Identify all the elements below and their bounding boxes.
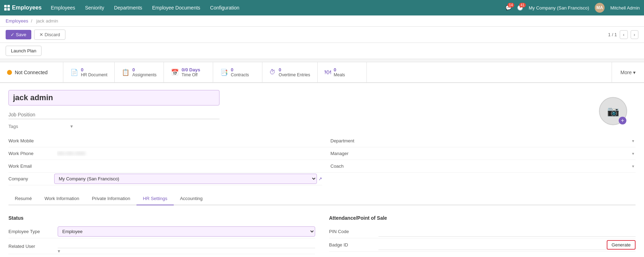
assignments-button[interactable]: 📋 0 Assignments [115, 62, 164, 82]
nav-employee-documents[interactable]: Employee Documents [148, 4, 204, 12]
document-icon: 📄 [70, 69, 78, 76]
app-title: Employees [12, 5, 42, 11]
work-mobile-input[interactable] [54, 136, 322, 146]
work-phone-input[interactable] [54, 149, 322, 158]
manager-input[interactable] [366, 149, 632, 158]
work-phone-row: Work Phone [8, 147, 322, 160]
breadcrumb-parent[interactable]: Employees [6, 18, 28, 24]
save-button[interactable]: ✓ Save [6, 30, 31, 39]
discard-button[interactable]: ✕ Discard [34, 30, 65, 40]
status-button[interactable]: Not Connected [0, 62, 63, 82]
overtime-icon: ⏱ [269, 69, 276, 76]
department-input[interactable] [366, 136, 632, 146]
related-user-chevron: ▾ [58, 248, 60, 254]
company-row: Company My Company (San Francisco) ↗ [8, 173, 322, 185]
more-button[interactable]: More ▾ [612, 62, 644, 82]
pin-code-value [378, 227, 636, 237]
related-user-input[interactable] [58, 238, 315, 248]
nav-departments[interactable]: Departments [110, 4, 146, 12]
activities-button[interactable]: 🕐 41 [517, 5, 523, 11]
nav-configuration[interactable]: Configuration [206, 4, 243, 12]
hr-document-button[interactable]: 📄 0 HR Document [63, 62, 115, 82]
employee-type-select[interactable]: Employee Student Freelancer [58, 226, 315, 237]
messages-button[interactable]: 💬 14 [505, 5, 511, 11]
contracts-count: 0 [231, 67, 249, 72]
hr-settings-content: Status Employee Type Employee Student Fr… [8, 208, 636, 254]
employee-type-row: Employee Type Employee Student Freelance… [8, 225, 315, 238]
meals-label: Meals [334, 72, 345, 77]
form-right: Department ▾ Manager ▾ Coach ▾ [322, 135, 636, 185]
tab-work-information[interactable]: Work Information [38, 192, 85, 205]
contracts-label: Contracts [231, 72, 249, 77]
calendar-icon: 📅 [171, 69, 179, 76]
time-off-button[interactable]: 📅 0/0 Days Time Off [164, 62, 213, 82]
breadcrumb-current: jack admin [36, 18, 58, 24]
pin-code-label: PIN Code [329, 229, 378, 234]
checkmark-icon: ✓ [11, 32, 14, 37]
smart-buttons-bar: Not Connected 📄 0 HR Document 📋 0 Assign… [0, 62, 644, 83]
form-left: Work Mobile Work Phone Work Email Compan… [8, 135, 322, 185]
meals-icon: 🍽 [325, 69, 331, 76]
pin-code-input[interactable] [378, 227, 636, 237]
nav-seniority[interactable]: Seniority [82, 4, 108, 12]
work-email-input[interactable] [54, 161, 322, 171]
department-row: Department ▾ [322, 135, 636, 147]
company-select[interactable]: My Company (San Francisco) [54, 174, 317, 184]
breadcrumb: Employees / jack admin [0, 15, 644, 27]
profile-photo[interactable]: 📷 + [599, 97, 627, 125]
main-content: ▾ 📷 + Work Mobile Work Phone Work Email [0, 83, 644, 257]
x-icon: ✕ [39, 32, 43, 37]
meals-button[interactable]: 🍽 0 Meals [318, 62, 367, 82]
prev-button[interactable]: ‹ [620, 30, 627, 39]
work-mobile-row: Work Mobile [8, 135, 322, 147]
tab-accounting[interactable]: Accounting [174, 192, 209, 205]
external-link-icon[interactable]: ↗ [318, 176, 322, 181]
coach-input[interactable] [366, 161, 632, 171]
overtime-button[interactable]: ⏱ 0 Overtime Entries [262, 62, 317, 82]
work-email-row: Work Email [8, 160, 322, 173]
status-section-header: Status [8, 215, 315, 221]
assignments-icon: 📋 [122, 69, 129, 76]
tab-hr-settings[interactable]: HR Settings [136, 192, 173, 205]
tags-input[interactable] [8, 124, 68, 129]
department-label: Department [331, 138, 366, 143]
app-logo[interactable]: Employees [4, 5, 42, 11]
hr-document-count: 0 [81, 67, 107, 72]
form-grid: Work Mobile Work Phone Work Email Compan… [8, 135, 636, 185]
job-position-input[interactable] [8, 110, 219, 119]
badge-id-row: Badge ID Generate [329, 238, 636, 252]
activities-badge: 41 [519, 3, 526, 7]
related-user-row: Related User ▾ [8, 238, 315, 254]
manager-chevron: ▾ [632, 151, 636, 156]
work-phone-label: Work Phone [8, 149, 54, 158]
status-dot [7, 70, 12, 75]
tags-chevron: ▾ [70, 123, 73, 129]
breadcrumb-separator: / [31, 18, 33, 24]
camera-icon: 📷 [607, 105, 619, 117]
nav-employees[interactable]: Employees [47, 4, 78, 12]
user-name: Mitchell Admin [610, 5, 640, 11]
tab-resume[interactable]: Resumé [8, 192, 38, 205]
assignments-count: 0 [132, 67, 157, 72]
launch-plan-button[interactable]: Launch Plan [6, 46, 42, 56]
employee-type-value: Employee Student Freelancer [58, 226, 315, 237]
hr-document-label: HR Document [81, 72, 107, 77]
status-section: Status Employee Type Employee Student Fr… [8, 208, 315, 254]
tab-private-information[interactable]: Private Information [85, 192, 136, 205]
action-bar: ✓ Save ✕ Discard 1 / 1 ‹ › [0, 27, 644, 43]
employee-type-label: Employee Type [8, 229, 58, 234]
next-button[interactable]: › [631, 30, 638, 39]
coach-label: Coach [331, 163, 366, 169]
employee-name-input[interactable] [8, 90, 219, 105]
content-wrapper: ▾ 📷 + Work Mobile Work Phone Work Email [8, 90, 636, 254]
badge-id-input[interactable] [378, 240, 607, 250]
status-label: Not Connected [15, 70, 47, 75]
related-user-label: Related User [8, 244, 58, 249]
company-label: Company [8, 174, 54, 184]
generate-button[interactable]: Generate [607, 240, 636, 250]
badge-id-label: Badge ID [329, 242, 378, 248]
work-email-label: Work Email [8, 161, 54, 171]
messages-badge: 14 [508, 3, 514, 7]
contracts-button[interactable]: 📑 0 Contracts [213, 62, 262, 82]
tags-row: ▾ [8, 123, 219, 129]
